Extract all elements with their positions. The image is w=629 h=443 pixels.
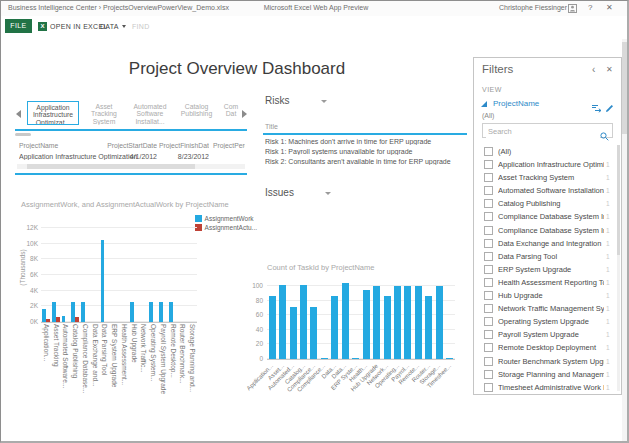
filter-checkbox[interactable] [484, 160, 493, 169]
filter-item-label[interactable]: (All) [498, 147, 604, 156]
chevron-down-icon[interactable] [321, 100, 327, 103]
close-panel-icon[interactable]: ✕ [606, 65, 613, 74]
open-in-excel-button[interactable]: OPEN IN EXCEL [50, 23, 108, 30]
filter-item-label[interactable]: Network Traffic Management System Upgrad… [498, 304, 604, 313]
filter-checkbox[interactable] [484, 265, 493, 274]
tile-scroll-right-icon[interactable] [242, 110, 247, 118]
filter-checkbox[interactable] [484, 278, 493, 287]
search-input[interactable] [486, 125, 600, 138]
table-horizontal-scrollbar[interactable] [17, 164, 245, 169]
help-icon[interactable]: ? [588, 3, 592, 13]
filter-checkbox[interactable] [484, 370, 493, 379]
filter-item[interactable]: Data Parsing Tool1 [474, 250, 617, 263]
filter-item[interactable]: Operating System Upgrade1 [474, 315, 617, 328]
filter-checkbox[interactable] [484, 199, 493, 208]
filter-item-label[interactable]: Compliance Database System Implementatio… [498, 226, 604, 235]
filter-item[interactable]: Catalog Publishing1 [474, 197, 617, 210]
user-profile-icon[interactable] [568, 4, 577, 16]
tile-automated-software[interactable]: Automated Software Installat... [128, 101, 172, 125]
filter-item-label[interactable]: Health Assessment Reporting Tool [498, 278, 604, 287]
expand-filter-icon[interactable] [481, 101, 487, 107]
filter-checkbox[interactable] [484, 226, 493, 235]
filter-checkbox[interactable] [484, 330, 493, 339]
tile-compliance-database[interactable]: Com Dat [221, 101, 241, 125]
filter-item[interactable]: Application Infrastructure Optimization1 [474, 158, 617, 171]
close-icon[interactable]: ✕ [606, 3, 613, 13]
filter-item-label[interactable]: Data Parsing Tool [498, 252, 604, 261]
filter-item-label[interactable]: Automated Software Installation [498, 186, 604, 195]
filter-item[interactable]: Hub Upgrade1 [474, 289, 617, 302]
filter-item-label[interactable]: Compliance Database System Implementatio… [498, 212, 604, 221]
filter-item[interactable]: (All) [474, 145, 617, 158]
filter-checkbox[interactable] [484, 186, 493, 195]
filter-item[interactable]: Asset Tracking System1 [474, 171, 617, 184]
filter-checkbox[interactable] [484, 383, 493, 392]
table-cell-startdate[interactable]: 4/1/2012 [107, 153, 157, 160]
filter-checkbox[interactable] [484, 173, 493, 182]
tile-strip-scrollbar[interactable] [15, 133, 31, 136]
user-name[interactable]: Christophe Fiessinger [499, 4, 561, 11]
filter-checkbox[interactable] [484, 357, 493, 366]
collapse-panel-icon[interactable]: ‹ [592, 64, 595, 75]
chevron-down-icon[interactable] [325, 192, 331, 195]
tile-scroll-left-icon[interactable] [16, 110, 21, 118]
table-scrollbar-thumb[interactable] [27, 164, 195, 169]
advanced-filter-mode-icon[interactable] [591, 99, 602, 117]
filter-item[interactable]: Data Exchange and Integration1 [474, 237, 617, 250]
edit-filter-icon[interactable] [605, 99, 614, 117]
assignment-work-chart[interactable]: AssignmentWork, and AssignmentActualWork… [15, 198, 261, 400]
page-scrollbar-thumb[interactable] [622, 42, 628, 134]
filter-item[interactable]: Compliance Database System Implementatio… [474, 224, 617, 237]
filter-item-label[interactable]: Operating System Upgrade [498, 317, 604, 326]
column-header-projectfinishdate[interactable]: ProjectFinishDate [159, 142, 209, 149]
column-header-projectpercent[interactable]: ProjectPercentC [213, 142, 245, 149]
filter-checkbox[interactable] [484, 239, 493, 248]
filter-item[interactable]: Payroll System Upgrade1 [474, 328, 617, 341]
filter-item-label[interactable]: Catalog Publishing [498, 199, 604, 208]
filter-checkbox[interactable] [484, 147, 493, 156]
task-count-chart[interactable]: Count of TaskId by ProjectName 020406080… [251, 247, 467, 422]
filter-item[interactable]: Compliance Database System Implementatio… [474, 210, 617, 223]
filter-item-label[interactable]: Application Infrastructure Optimization [498, 160, 604, 169]
filter-item[interactable]: Remote Desktop Deployment1 [474, 341, 617, 354]
tile-catalog-publishing[interactable]: Catalog Publishing [174, 101, 219, 125]
filter-item-label[interactable]: Timesheet Administrative Work Items [498, 383, 604, 392]
filter-checkbox[interactable] [484, 252, 493, 261]
filter-list-scrollbar[interactable] [617, 145, 620, 391]
filter-scrollbar-thumb[interactable] [617, 145, 620, 255]
filter-item-label[interactable]: Remote Desktop Deployment [498, 343, 604, 352]
filter-item-label[interactable]: Payroll System Upgrade [498, 330, 604, 339]
filter-item[interactable]: Automated Software Installation1 [474, 184, 617, 197]
column-header-projectname[interactable]: ProjectName [19, 142, 105, 149]
search-icon[interactable] [600, 127, 609, 145]
filter-checkbox[interactable] [484, 304, 493, 313]
filter-item-label[interactable]: Router Benchmark System Upgrade [498, 357, 604, 366]
issues-header[interactable]: Issues [265, 187, 294, 198]
risks-header[interactable]: Risks [265, 95, 289, 106]
data-menu[interactable]: DATA [100, 23, 126, 30]
column-header-projectstartdate[interactable]: ProjectStartDate [107, 142, 157, 149]
filter-item[interactable]: Network Traffic Management System Upgrad… [474, 302, 617, 315]
risks-column-header[interactable]: Title [265, 123, 278, 130]
filter-checkbox[interactable] [484, 317, 493, 326]
table-cell-finishdate[interactable]: 8/23/2012 [159, 153, 209, 160]
filter-checkbox[interactable] [484, 212, 493, 221]
filter-item[interactable]: ERP System Upgrade1 [474, 263, 617, 276]
filter-item[interactable]: Router Benchmark System Upgrade1 [474, 355, 617, 368]
filter-item[interactable]: Health Assessment Reporting Tool1 [474, 276, 617, 289]
filter-item-label[interactable]: Storage Planning and Management [498, 370, 604, 379]
filter-field-projectname[interactable]: ProjectName [493, 99, 539, 108]
tile-application-infrastructure[interactable]: Application Infrastructure Optimizat... [27, 101, 79, 125]
filter-checkbox[interactable] [484, 291, 493, 300]
tile-asset-tracking[interactable]: Asset Tracking System [83, 101, 125, 125]
breadcrumb-root-link[interactable]: Business Intelligence Center [8, 4, 97, 11]
file-menu-button[interactable]: FILE [5, 19, 32, 33]
filter-item-label[interactable]: ERP System Upgrade [498, 265, 604, 274]
filter-item[interactable]: Storage Planning and Management1 [474, 368, 617, 381]
filter-item-label[interactable]: Hub Upgrade [498, 291, 604, 300]
filter-item-label[interactable]: Data Exchange and Integration [498, 239, 604, 248]
filter-item-label[interactable]: Asset Tracking System [498, 173, 604, 182]
filter-item[interactable]: Timesheet Administrative Work Items1 [474, 381, 617, 394]
filter-checkbox[interactable] [484, 343, 493, 352]
page-vertical-scrollbar[interactable] [622, 39, 628, 442]
